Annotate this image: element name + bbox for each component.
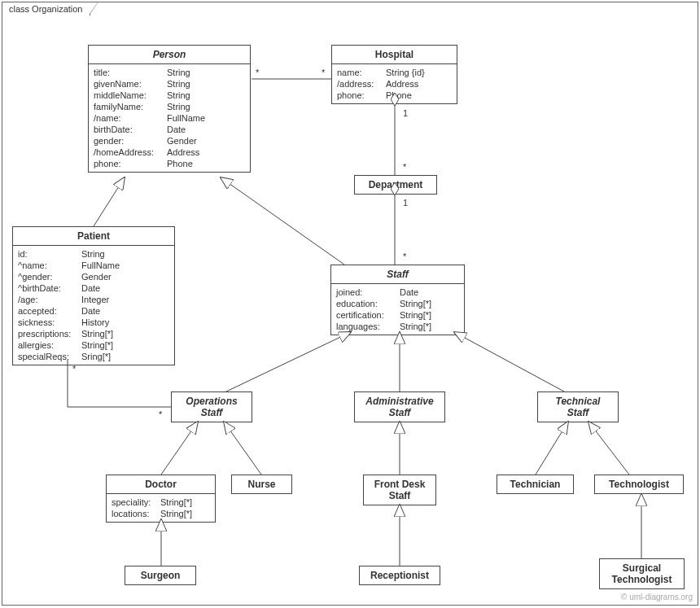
class-hospital-title: Hospital (332, 46, 457, 64)
svg-line-11 (536, 422, 568, 475)
class-doctor-attrs: speciality:String[*] locations:String[*] (107, 494, 215, 522)
class-person: Person title:String givenName:String mid… (88, 45, 251, 173)
svg-line-9 (224, 422, 261, 475)
class-administrative-staff-title: Administrative Staff (355, 392, 444, 422)
class-person-attrs: title:String givenName:String middleName… (89, 64, 250, 172)
svg-line-4 (221, 177, 344, 265)
class-doctor-title: Doctor (107, 475, 215, 494)
class-surgeon-title: Surgeon (125, 566, 195, 584)
watermark: © uml-diagrams.org (621, 593, 693, 601)
class-patient-attrs: id:String ^name:FullName ^gender:Gender … (13, 246, 174, 365)
class-operations-staff-title: Operations Staff (172, 392, 252, 422)
diagram-frame: class Organization Person title:String g… (2, 2, 698, 606)
frame-title-tab: class Organization (2, 2, 90, 15)
mult-patient-ops-1: * (72, 364, 76, 374)
class-front-desk-staff-title: Front Desk Staff (364, 475, 435, 505)
mult-patient-ops-2: * (159, 409, 162, 419)
svg-line-5 (226, 332, 351, 391)
mult-hosp-dept-1: 1 (403, 108, 408, 118)
class-staff-attrs: joined:Date education:String[*] certific… (331, 284, 464, 335)
mult-person-hosp-right: * (322, 68, 325, 77)
class-administrative-staff: Administrative Staff (354, 391, 445, 422)
class-receptionist-title: Receptionist (360, 566, 440, 584)
mult-dept-staff-star: * (403, 252, 406, 261)
class-surgeon: Surgeon (125, 566, 196, 585)
class-technician-title: Technician (497, 475, 573, 493)
class-surgical-technologist: Surgical Technologist (599, 558, 685, 589)
svg-line-3 (94, 177, 125, 226)
class-doctor: Doctor speciality:String[*] locations:St… (106, 475, 216, 523)
svg-line-8 (161, 422, 198, 475)
class-staff: Staff joined:Date education:String[*] ce… (330, 265, 465, 335)
class-department-title: Department (355, 176, 436, 194)
class-hospital-attrs: name:String {id} /address:Address phone:… (332, 64, 457, 103)
svg-line-7 (454, 332, 564, 391)
class-surgical-technologist-title: Surgical Technologist (600, 559, 684, 588)
class-front-desk-staff: Front Desk Staff (363, 475, 436, 505)
class-technical-staff: Technical Staff (537, 391, 619, 422)
class-nurse-title: Nurse (232, 475, 291, 493)
class-operations-staff: Operations Staff (171, 391, 252, 422)
mult-dept-staff-1: 1 (403, 198, 408, 208)
class-person-title: Person (89, 46, 250, 64)
class-technical-staff-title: Technical Staff (538, 392, 618, 422)
class-staff-title: Staff (331, 265, 464, 284)
mult-hosp-dept-star: * (403, 162, 406, 172)
class-technologist: Technologist (594, 475, 684, 494)
class-patient: Patient id:String ^name:FullName ^gender… (12, 226, 175, 365)
mult-person-hosp-left: * (256, 68, 259, 77)
svg-line-12 (588, 422, 629, 475)
frame-title: class Organization (9, 4, 83, 14)
class-hospital: Hospital name:String {id} /address:Addre… (331, 45, 457, 104)
class-patient-title: Patient (13, 227, 174, 246)
class-technologist-title: Technologist (595, 475, 683, 493)
class-nurse: Nurse (231, 475, 292, 494)
class-technician: Technician (497, 475, 574, 494)
class-receptionist: Receptionist (359, 566, 440, 585)
class-department: Department (354, 175, 437, 195)
